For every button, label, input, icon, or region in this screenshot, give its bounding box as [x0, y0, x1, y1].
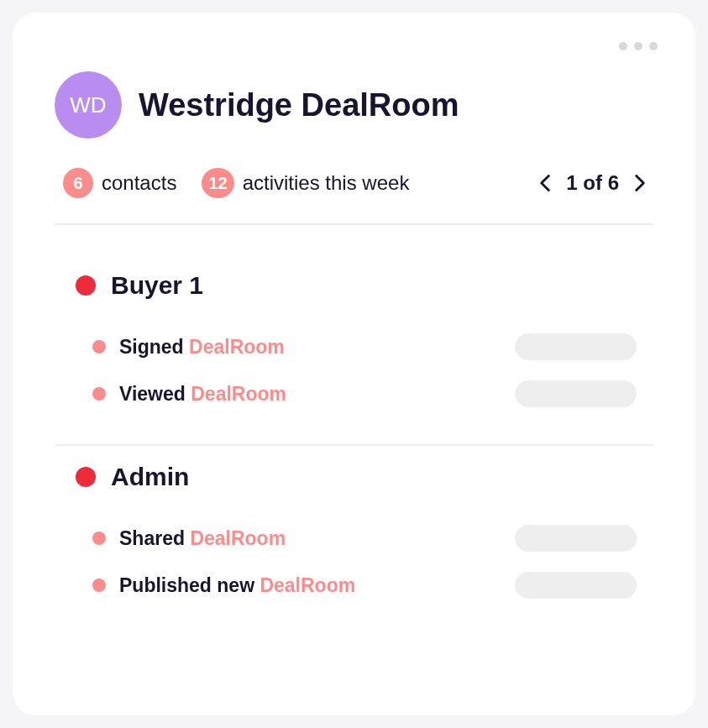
activity-text: Shared DealRoom — [119, 527, 286, 550]
activity-action: Shared — [119, 527, 185, 549]
section-header: Admin — [76, 463, 653, 491]
activities-label: activities this week — [243, 171, 410, 195]
activities-stat: 12 activities this week — [202, 168, 409, 198]
section-title: Admin — [111, 463, 189, 491]
activity-text: Viewed DealRoom — [119, 383, 286, 406]
bullet-dot-icon — [92, 579, 106, 592]
more-dot-icon — [649, 42, 658, 50]
status-dot-icon — [76, 467, 96, 487]
activity-row[interactable]: Signed DealRoom — [76, 323, 653, 370]
page-title: Westridge DealRoom — [139, 87, 459, 123]
activity-text: Published new DealRoom — [119, 574, 355, 597]
activity-text: Signed DealRoom — [119, 336, 285, 359]
activity-object-link[interactable]: DealRoom — [189, 336, 285, 358]
dealroom-card: WD Westridge DealRoom 6 contacts 12 acti… — [13, 13, 695, 715]
activity-object-link[interactable]: DealRoom — [190, 527, 286, 549]
bullet-dot-icon — [92, 340, 106, 354]
bullet-dot-icon — [92, 532, 106, 545]
avatar-initials: WD — [70, 92, 106, 118]
more-menu-button[interactable] — [619, 42, 658, 50]
contacts-stat: 6 contacts — [63, 168, 176, 198]
activity-object-link[interactable]: DealRoom — [260, 574, 355, 596]
avatar: WD — [55, 71, 122, 139]
status-dot-icon — [76, 275, 96, 296]
more-dot-icon — [634, 42, 642, 50]
activity-action: Published new — [119, 574, 254, 596]
pager: 1 of 6 — [536, 171, 649, 195]
section-title: Buyer 1 — [111, 271, 203, 300]
placeholder-pill — [515, 380, 637, 407]
activity-row[interactable]: Shared DealRoom — [76, 515, 653, 562]
contacts-label: contacts — [102, 171, 176, 195]
activity-section-buyer: Buyer 1 Signed DealRoom Viewed DealRoom — [55, 254, 653, 446]
placeholder-pill — [515, 333, 637, 360]
bullet-dot-icon — [92, 387, 106, 401]
chevron-left-icon[interactable] — [536, 174, 554, 192]
section-header: Buyer 1 — [76, 271, 653, 300]
activity-row[interactable]: Viewed DealRoom — [76, 370, 653, 417]
chevron-right-icon[interactable] — [631, 174, 649, 192]
activities-count-badge: 12 — [202, 168, 233, 198]
more-dot-icon — [619, 42, 627, 50]
activity-action: Viewed — [119, 383, 186, 405]
activity-action: Signed — [119, 336, 184, 358]
activity-section-admin: Admin Shared DealRoom Published new Deal… — [55, 446, 653, 636]
header: WD Westridge DealRoom — [55, 71, 653, 139]
stats-row: 6 contacts 12 activities this week 1 of … — [55, 168, 653, 225]
activity-row[interactable]: Published new DealRoom — [76, 562, 653, 609]
activity-object-link[interactable]: DealRoom — [191, 383, 286, 405]
contacts-count-badge: 6 — [63, 168, 93, 198]
placeholder-pill — [515, 525, 637, 552]
placeholder-pill — [515, 572, 637, 599]
pager-text: 1 of 6 — [566, 171, 619, 195]
